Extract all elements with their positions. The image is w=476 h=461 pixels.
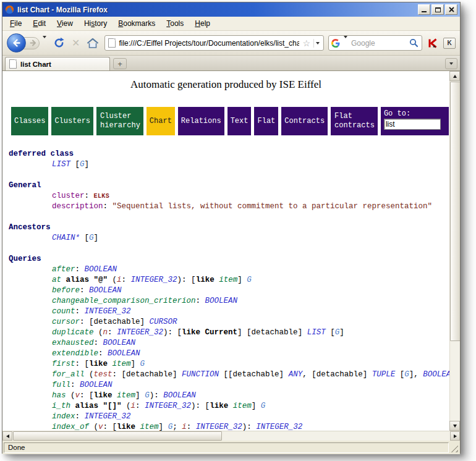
menu-history[interactable]: History <box>79 17 113 30</box>
class-link[interactable]: LIST <box>52 160 70 169</box>
feature-name: item <box>113 360 131 368</box>
code-text: : [ <box>80 391 94 400</box>
tab-list-chart[interactable]: list Chart <box>5 57 110 70</box>
scroll-left-button[interactable] <box>2 431 12 441</box>
nav-button-text[interactable]: Text <box>227 107 252 135</box>
code-text: : <box>103 202 113 211</box>
search-bar[interactable]: Google <box>328 35 422 51</box>
back-button[interactable] <box>7 33 26 53</box>
class-link[interactable]: INTEGER_32 <box>117 328 163 337</box>
menu-bookmarks[interactable]: Bookmarks <box>113 17 161 30</box>
generic-link[interactable]: G <box>140 360 145 368</box>
class-link[interactable]: INTEGER_32 <box>196 423 242 431</box>
home-icon <box>87 38 99 49</box>
title-bar[interactable]: list Chart - Mozilla Firefox <box>2 2 460 17</box>
reload-button[interactable] <box>52 36 66 50</box>
menu-help[interactable]: Help <box>189 17 216 30</box>
menu-view[interactable]: View <box>51 17 79 30</box>
menu-edit[interactable]: Edit <box>27 17 51 30</box>
class-link[interactable]: BOOLEAN <box>103 339 136 347</box>
bookmark-star-icon[interactable]: ☆ <box>302 39 310 48</box>
class-link[interactable]: BOOLEAN <box>89 286 122 295</box>
class-link[interactable]: LIST <box>307 328 326 337</box>
class-link[interactable]: INTEGER_32 <box>256 423 302 431</box>
browser-window: list Chart - Mozilla Firefox FileEditVie… <box>2 2 461 454</box>
code-text <box>228 402 233 410</box>
vertical-scrollbar[interactable] <box>449 71 460 431</box>
address-bar[interactable]: file:///C:/Eiffel Projects/tour/Document… <box>104 35 324 51</box>
class-link[interactable]: INTEGER_32 <box>145 402 191 410</box>
history-dropdown-button[interactable] <box>41 37 48 49</box>
list-all-tabs-button[interactable] <box>445 58 457 69</box>
class-link[interactable]: BOOLEAN <box>163 391 196 400</box>
nav-button-chart[interactable]: Chart <box>147 107 175 135</box>
window-title: list Chart - Mozilla Firefox <box>17 6 108 14</box>
code-text: : [detachable] <box>113 370 182 379</box>
nav-button-clusters[interactable]: Clusters <box>51 107 93 135</box>
search-engine-dropdown[interactable] <box>342 37 349 49</box>
code-line: i_th alias "[]" (i: INTEGER_32): [like i… <box>9 401 449 412</box>
code-line <box>9 170 449 180</box>
menu-tools[interactable]: Tools <box>161 17 189 30</box>
code-line <box>9 212 449 222</box>
new-tab-button[interactable]: + <box>113 58 127 69</box>
generic-link[interactable]: G <box>404 370 409 379</box>
class-link[interactable]: BOOLEAN <box>205 297 238 305</box>
code-line: cluster: ELKS <box>9 191 449 201</box>
scroll-right-button[interactable] <box>450 431 460 441</box>
class-link[interactable]: INTEGER_32 <box>131 276 177 284</box>
window-controls <box>418 4 457 15</box>
stop-button[interactable]: ✕ <box>70 37 81 49</box>
keyword: like Current <box>182 328 237 337</box>
class-link[interactable]: ANY <box>289 370 303 379</box>
code-text: ] [detachable] <box>237 328 307 337</box>
class-link[interactable]: BOOLEAN <box>85 265 117 274</box>
horizontal-scroll-thumb[interactable] <box>13 431 222 441</box>
goto-input[interactable] <box>384 119 441 130</box>
horizontal-scrollbar[interactable] <box>2 431 460 441</box>
nav-button-flat-contracts[interactable]: Flat contracts <box>331 107 378 135</box>
nav-button-contracts[interactable]: Contracts <box>281 107 328 135</box>
class-link[interactable]: FUNCTION <box>182 370 219 379</box>
generic-link[interactable]: G <box>145 391 150 400</box>
class-link[interactable]: INTEGER_32 <box>85 307 131 316</box>
generic-link[interactable]: G <box>89 234 94 242</box>
generic-link[interactable]: G <box>261 402 266 410</box>
nav-button-classes[interactable]: Classes <box>11 107 48 135</box>
class-link[interactable]: CURSOR <box>150 318 177 326</box>
maximize-button[interactable] <box>431 4 444 15</box>
keyword: like <box>89 360 108 368</box>
close-button[interactable] <box>445 4 457 15</box>
class-link[interactable]: BOOLEAN <box>108 349 140 358</box>
search-magnifier-icon[interactable] <box>409 38 419 48</box>
vertical-scroll-thumb[interactable] <box>450 82 460 341</box>
class-link[interactable]: TUPLE <box>372 370 396 379</box>
class-link[interactable]: BOOLEAN <box>423 370 449 379</box>
class-link[interactable]: BOOLEAN <box>80 381 113 389</box>
minimize-button[interactable] <box>418 4 430 15</box>
menu-file[interactable]: File <box>4 17 27 30</box>
class-link[interactable]: INTEGER_32 <box>85 412 131 421</box>
k-extension-button[interactable]: K <box>443 38 456 49</box>
nav-button-cluster-hierarchy[interactable]: Cluster hierarchy <box>96 107 143 135</box>
code-line: after: BOOLEAN <box>9 264 449 275</box>
code-text: : [ <box>75 360 90 368</box>
home-button[interactable] <box>85 36 100 50</box>
nav-button-relations[interactable]: Relations <box>178 107 224 135</box>
kaspersky-icon[interactable] <box>427 38 439 49</box>
generic-link[interactable]: G <box>168 423 173 431</box>
class-link[interactable]: CHAIN* <box>52 234 80 242</box>
generic-link[interactable]: G <box>247 276 252 284</box>
search-input[interactable]: Google <box>351 39 407 48</box>
address-dropdown-button[interactable] <box>313 39 321 48</box>
code-text: : [detachable] <box>80 318 150 326</box>
scroll-up-button[interactable] <box>449 71 460 81</box>
feature-name: index_of <box>52 423 89 431</box>
address-url[interactable]: file:///C:/Eiffel Projects/tour/Document… <box>119 39 299 48</box>
keyword: like <box>117 423 135 431</box>
resize-grip-icon[interactable] <box>450 444 458 452</box>
generic-link[interactable]: G <box>80 160 85 169</box>
scroll-down-button[interactable] <box>449 421 460 431</box>
nav-button-flat[interactable]: Flat <box>254 107 278 135</box>
code-text: : <box>196 297 205 305</box>
